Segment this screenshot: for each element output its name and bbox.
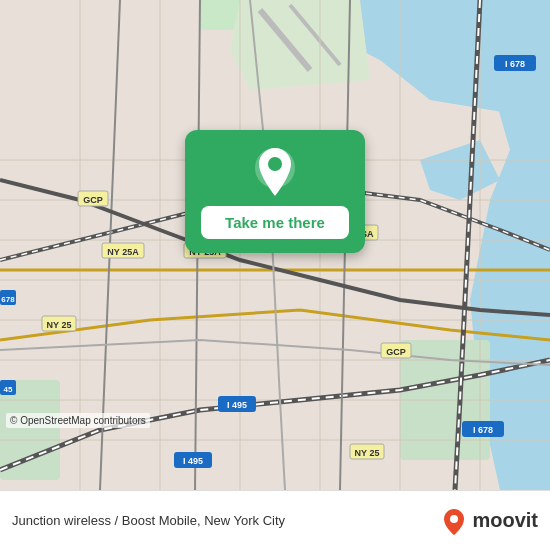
svg-text:NY 25: NY 25 (355, 448, 380, 458)
action-card: Take me there (185, 130, 365, 253)
svg-text:GCP: GCP (83, 195, 103, 205)
svg-text:GCP: GCP (386, 347, 406, 357)
attribution-text: © OpenStreetMap contributors (10, 415, 146, 426)
svg-point-47 (450, 515, 458, 523)
svg-text:NY 25: NY 25 (47, 320, 72, 330)
location-pin-icon (251, 148, 299, 196)
bottom-bar: Junction wireless / Boost Mobile, New Yo… (0, 490, 550, 550)
take-me-there-button[interactable]: Take me there (201, 206, 349, 239)
moovit-text: moovit (472, 509, 538, 532)
svg-text:I 678: I 678 (473, 425, 493, 435)
moovit-icon (440, 507, 468, 535)
svg-text:45: 45 (4, 385, 13, 394)
svg-text:I 678: I 678 (505, 59, 525, 69)
location-label: Junction wireless / Boost Mobile, New Yo… (12, 513, 440, 528)
moovit-logo: moovit (440, 507, 538, 535)
svg-point-46 (268, 157, 282, 171)
svg-text:NY 25A: NY 25A (107, 247, 139, 257)
svg-text:I 495: I 495 (183, 456, 203, 466)
svg-text:678: 678 (1, 295, 15, 304)
map-container: I 678 I 678 I 495 I 495 NY 25A NY 25A NY… (0, 0, 550, 490)
osm-attribution: © OpenStreetMap contributors (6, 413, 150, 428)
svg-text:I 495: I 495 (227, 400, 247, 410)
